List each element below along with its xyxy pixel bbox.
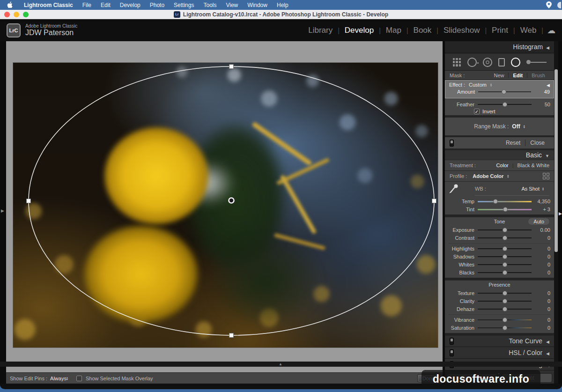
- collapse-effect-icon[interactable]: [547, 82, 550, 88]
- treatment-color-button[interactable]: Color: [496, 163, 508, 168]
- mask-bar: Mask : New Edit Brush: [445, 70, 554, 80]
- location-pin-icon[interactable]: [546, 1, 552, 8]
- range-mask-panel[interactable]: Range Mask : Off ▴▾: [445, 118, 554, 135]
- watermark: docusoftware.info: [422, 370, 540, 388]
- saturation-slider[interactable]: [478, 325, 532, 330]
- hsl-color-panel-header[interactable]: HSL / Color: [445, 347, 554, 358]
- temp-slider[interactable]: [478, 199, 532, 204]
- treatment-bw-button[interactable]: Black & White: [518, 163, 549, 168]
- tone-curve-panel-header[interactable]: Tone Curve: [445, 335, 554, 347]
- panel-switch-icon[interactable]: [450, 140, 454, 147]
- wb-eyedropper-icon[interactable]: [449, 183, 459, 194]
- menu-develop[interactable]: Develop: [115, 0, 145, 10]
- module-web[interactable]: Web: [515, 26, 542, 35]
- effect-preset-dropdown[interactable]: Custom: [469, 82, 487, 88]
- menu-window[interactable]: Window: [243, 0, 272, 10]
- photo-canvas[interactable]: [6, 41, 443, 372]
- close-window-button[interactable]: [4, 12, 10, 17]
- module-slideshow[interactable]: Slideshow: [438, 26, 485, 35]
- hsl-color-title: HSL / Color: [509, 349, 546, 356]
- invert-checkbox[interactable]: ✓: [474, 109, 480, 114]
- reset-button[interactable]: Reset: [501, 140, 525, 146]
- shadows-value: 0: [532, 254, 550, 259]
- menu-edit[interactable]: Edit: [96, 0, 115, 10]
- cloud-sync-icon[interactable]: ☁: [547, 25, 555, 36]
- profile-row: Profile : Adobe Color ▴▾: [445, 170, 554, 181]
- graduated-filter-icon[interactable]: [498, 58, 505, 67]
- show-filmstrip-arrow[interactable]: ▲: [279, 362, 282, 366]
- tint-slider[interactable]: [478, 207, 532, 212]
- mask-overlay-checkbox[interactable]: [76, 376, 82, 381]
- hide-right-panel-arrow[interactable]: ▶: [559, 211, 562, 216]
- show-edit-pins-label: Show Edit Pins :: [10, 376, 47, 381]
- blacks-slider[interactable]: [478, 270, 532, 275]
- module-develop[interactable]: Develop: [340, 26, 379, 35]
- minimize-window-button[interactable]: [14, 12, 19, 17]
- auto-button[interactable]: Auto: [528, 218, 549, 225]
- module-print[interactable]: Print: [487, 26, 513, 35]
- spot-removal-icon[interactable]: [467, 58, 477, 67]
- whites-slider[interactable]: [478, 262, 532, 267]
- basic-panel-header[interactable]: Basic: [445, 150, 554, 160]
- highlights-slider[interactable]: [478, 246, 532, 251]
- range-mask-value[interactable]: Off: [512, 123, 520, 130]
- red-eye-icon[interactable]: [483, 58, 492, 67]
- amount-slider[interactable]: [478, 89, 531, 94]
- menu-help[interactable]: Help: [272, 0, 293, 10]
- mask-brush-button[interactable]: Brush: [527, 73, 549, 78]
- ellipse-handle-top[interactable]: [229, 65, 234, 69]
- profile-browser-icon[interactable]: [543, 173, 549, 179]
- ellipse-handle-left[interactable]: [27, 199, 31, 203]
- clarity-slider[interactable]: [478, 298, 532, 303]
- radial-filter-pin[interactable]: [229, 198, 234, 203]
- adjustment-brush-icon[interactable]: [526, 60, 547, 64]
- menu-view[interactable]: View: [221, 0, 243, 10]
- menu-file[interactable]: File: [78, 0, 96, 10]
- module-map[interactable]: Map: [381, 26, 407, 35]
- histogram-panel-header[interactable]: Histogram: [445, 41, 554, 53]
- effect-label: Effect :: [449, 82, 465, 88]
- filmstrip-collapsed[interactable]: ▲: [0, 362, 562, 367]
- zoom-window-button[interactable]: [23, 12, 29, 17]
- panel-switch-icon[interactable]: [450, 349, 454, 356]
- window-title: Lightroom Catalog-v10.lrcat - Adobe Phot…: [183, 11, 388, 18]
- apple-menu-icon[interactable]: [7, 1, 13, 8]
- radial-filter-icon[interactable]: [511, 58, 520, 67]
- profile-dropdown[interactable]: Adobe Color: [473, 173, 503, 179]
- edit-pins-dropdown[interactable]: Always: [50, 376, 67, 381]
- left-panel-collapsed[interactable]: ▶: [0, 41, 6, 384]
- identity-app-name: Adobe Lightroom Classic: [25, 23, 77, 29]
- mask-edit-button[interactable]: Edit: [508, 73, 527, 78]
- crop-overlay-icon[interactable]: [453, 58, 461, 67]
- menubar-extra-icon[interactable]: [556, 1, 561, 9]
- menu-photo[interactable]: Photo: [145, 0, 169, 10]
- exposure-slider[interactable]: [478, 227, 532, 232]
- close-button[interactable]: Close: [525, 140, 549, 146]
- shadows-label: Shadows: [449, 254, 478, 259]
- clarity-value: 0: [532, 298, 550, 304]
- ellipse-handle-bottom[interactable]: [229, 333, 234, 338]
- ellipse-handle-right[interactable]: [432, 199, 436, 203]
- tone-curve-title: Tone Curve: [509, 337, 546, 345]
- panel-switch-icon[interactable]: [450, 338, 454, 345]
- contrast-slider[interactable]: [478, 235, 532, 240]
- menu-settings[interactable]: Settings: [169, 0, 199, 10]
- show-left-panel-arrow[interactable]: ▶: [1, 208, 4, 213]
- texture-slider[interactable]: [478, 290, 532, 296]
- module-library[interactable]: Library: [303, 26, 338, 35]
- menu-app-name[interactable]: Lightroom Classic: [19, 0, 78, 10]
- wb-dropdown[interactable]: As Shot: [521, 186, 540, 192]
- menu-tools[interactable]: Tools: [199, 0, 221, 10]
- collapse-left-icon: [546, 337, 549, 345]
- mask-new-button[interactable]: New: [489, 73, 508, 78]
- feather-slider[interactable]: [478, 102, 532, 107]
- scrollbar-thumb[interactable]: [555, 69, 558, 252]
- shadows-slider[interactable]: [478, 254, 532, 259]
- dehaze-slider[interactable]: [478, 306, 532, 311]
- panel-scrollbar[interactable]: [554, 41, 558, 384]
- app-header: LrC Adobe Lightroom Classic JDW Paterson…: [0, 19, 562, 41]
- develop-toolbar: Show Edit Pins : Always ▴▾ Show Selected…: [6, 372, 443, 384]
- module-book[interactable]: Book: [408, 26, 437, 35]
- photo-yellow-rose[interactable]: [13, 63, 438, 348]
- vibrance-slider[interactable]: [478, 317, 532, 322]
